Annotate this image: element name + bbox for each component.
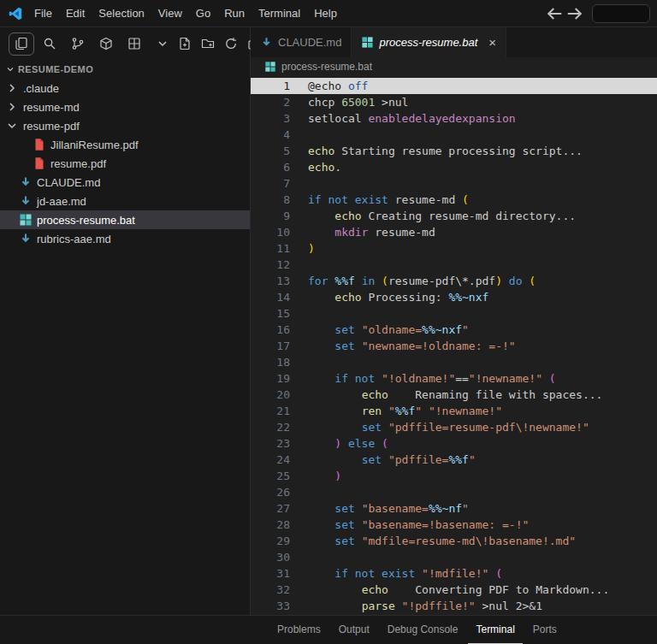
menu-file[interactable]: File (27, 4, 59, 22)
explorer-section-header[interactable]: RESUME-DEMO (0, 60, 250, 79)
line-number[interactable]: 18 (251, 354, 290, 370)
menu-edit[interactable]: Edit (59, 4, 92, 22)
line-number[interactable]: 14 (251, 289, 290, 305)
code-line-25[interactable]: 25 ) (251, 468, 657, 484)
code-line-3[interactable]: 3setlocal enabledelayedexpansion (251, 110, 657, 127)
code-line-18[interactable]: 18 (251, 354, 657, 370)
line-number[interactable]: 16 (251, 322, 290, 338)
line-number[interactable]: 3 (251, 110, 290, 127)
code-line-24[interactable]: 24 set "pdffile=%%f" (251, 452, 657, 468)
tree-item-CLAUDE.md[interactable]: CLAUDE.md (0, 173, 250, 192)
close-icon[interactable]: × (488, 36, 496, 49)
code-line-33[interactable]: 33 parse "!pdffile!" >nul 2>&1 (251, 598, 657, 614)
forward-icon[interactable] (565, 3, 585, 24)
line-number[interactable]: 2 (251, 94, 290, 110)
line-number[interactable]: 32 (251, 582, 290, 598)
new-folder-button[interactable] (198, 34, 217, 53)
refresh-button[interactable] (222, 34, 240, 53)
code-line-32[interactable]: 32 echo Converting PDF to Markdown... (251, 582, 657, 598)
code-line-5[interactable]: 5echo Starting resume processing script.… (251, 143, 657, 159)
code-line-17[interactable]: 17 set "newname=!oldname: =-!" (251, 338, 657, 354)
line-number[interactable]: 9 (251, 208, 290, 224)
code-line-26[interactable]: 26 (251, 484, 657, 500)
panel-tab-terminal[interactable]: Terminal (468, 616, 522, 644)
menu-run[interactable]: Run (217, 4, 252, 22)
activity-search[interactable] (37, 32, 62, 56)
code-line-12[interactable]: 12 (251, 257, 657, 273)
code-line-22[interactable]: 22 set "pdffile=resume-pdf\!newname!" (251, 419, 657, 435)
tree-item-JillaniResume.pdf[interactable]: JillaniResume.pdf (0, 135, 250, 154)
menu-view[interactable]: View (151, 4, 189, 22)
tree-item-.claude[interactable]: .claude (0, 79, 250, 97)
menu-terminal[interactable]: Terminal (252, 4, 307, 22)
code-line-16[interactable]: 16 set "oldname=%%~nxf" (251, 322, 657, 338)
code-line-11[interactable]: 11) (251, 240, 657, 257)
command-center[interactable] (592, 4, 650, 23)
line-number[interactable]: 15 (251, 305, 290, 322)
line-number[interactable]: 5 (251, 143, 290, 159)
code-line-23[interactable]: 23 ) else ( (251, 435, 657, 452)
tab-CLAUDE.md[interactable]: CLAUDE.md (251, 27, 352, 57)
line-number[interactable]: 11 (251, 240, 290, 257)
code-editor[interactable]: 1@echo off2chcp 65001 >nul3setlocal enab… (251, 76, 657, 615)
line-number[interactable]: 17 (251, 338, 290, 354)
line-number[interactable]: 25 (251, 468, 290, 484)
code-line-31[interactable]: 31 if not exist "!mdfile!" ( (251, 565, 657, 582)
line-number[interactable]: 28 (251, 517, 290, 533)
breadcrumb[interactable]: process-resume.bat (251, 57, 657, 76)
code-line-6[interactable]: 6echo. (251, 159, 657, 175)
code-line-28[interactable]: 28 set "basename=!basename: =-!" (251, 517, 657, 533)
tree-item-resume.pdf[interactable]: resume.pdf (0, 154, 250, 173)
line-number[interactable]: 31 (251, 565, 290, 582)
line-number[interactable]: 30 (251, 549, 290, 565)
line-number[interactable]: 27 (251, 500, 290, 517)
tree-item-jd-aae.md[interactable]: jd-aae.md (0, 192, 250, 210)
line-number[interactable]: 26 (251, 484, 290, 500)
tree-item-resume-pdf[interactable]: resume-pdf (0, 116, 250, 135)
line-number[interactable]: 10 (251, 224, 290, 240)
activity-source-control[interactable] (65, 32, 91, 56)
line-number[interactable]: 13 (251, 273, 290, 289)
menu-help[interactable]: Help (307, 4, 344, 22)
line-number[interactable]: 22 (251, 419, 290, 435)
code-line-8[interactable]: 8if not exist resume-md ( (251, 192, 657, 208)
code-line-7[interactable]: 7 (251, 175, 657, 192)
line-number[interactable]: 29 (251, 533, 290, 549)
code-line-20[interactable]: 20 echo Renaming file with spaces... (251, 387, 657, 403)
line-number[interactable]: 7 (251, 175, 290, 192)
tree-item-resume-md[interactable]: resume-md (0, 97, 250, 116)
line-number[interactable]: 12 (251, 257, 290, 273)
line-number[interactable]: 4 (251, 127, 290, 143)
new-file-button[interactable] (175, 34, 194, 53)
line-number[interactable]: 24 (251, 452, 290, 468)
activity-extensions[interactable] (93, 32, 119, 56)
code-line-29[interactable]: 29 set "mdfile=resume-md\!basename!.md" (251, 533, 657, 549)
activity-chevron-down[interactable] (150, 32, 175, 56)
tab-process-resume.bat[interactable]: process-resume.bat× (352, 27, 506, 57)
menu-selection[interactable]: Selection (92, 4, 151, 22)
code-line-27[interactable]: 27 set "basename=%%~nf" (251, 500, 657, 517)
code-line-14[interactable]: 14 echo Processing: %%~nxf (251, 289, 657, 305)
code-line-15[interactable]: 15 (251, 305, 657, 322)
back-icon[interactable] (544, 3, 565, 24)
code-line-10[interactable]: 10 mkdir resume-md (251, 224, 657, 240)
activity-remote-grid[interactable] (121, 32, 147, 56)
activity-explorer[interactable] (9, 32, 34, 56)
panel-tab-output[interactable]: Output (331, 616, 377, 644)
code-line-2[interactable]: 2chcp 65001 >nul (251, 94, 657, 110)
panel-tab-ports[interactable]: Ports (525, 616, 565, 644)
panel-tab-debug-console[interactable]: Debug Console (380, 616, 466, 644)
line-number[interactable]: 33 (251, 598, 290, 614)
code-line-30[interactable]: 30 (251, 549, 657, 565)
code-line-9[interactable]: 9 echo Creating resume-md directory... (251, 208, 657, 224)
line-number[interactable]: 6 (251, 159, 290, 175)
code-line-21[interactable]: 21 ren "%%f" "!newname!" (251, 403, 657, 419)
line-number[interactable]: 20 (251, 387, 290, 403)
code-line-19[interactable]: 19 if not "!oldname!"=="!newname!" ( (251, 370, 657, 387)
code-line-13[interactable]: 13for %%f in (resume-pdf\*.pdf) do ( (251, 273, 657, 289)
code-line-4[interactable]: 4 (251, 127, 657, 143)
panel-tab-problems[interactable]: Problems (269, 616, 328, 644)
tree-item-process-resume.bat[interactable]: process-resume.bat (0, 210, 250, 229)
menu-go[interactable]: Go (189, 4, 217, 22)
code-line-1[interactable]: 1@echo off (251, 78, 657, 94)
